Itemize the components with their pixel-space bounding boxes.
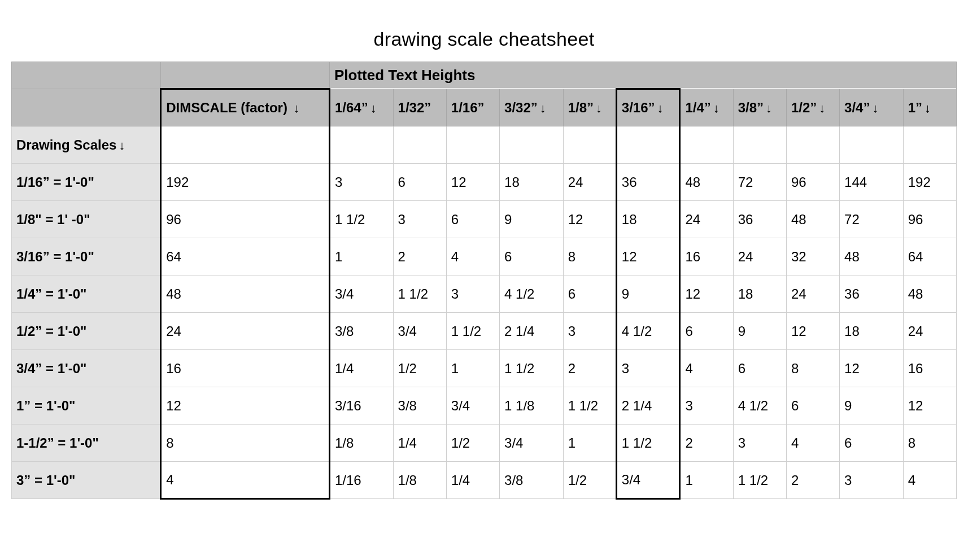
text-height-header[interactable]: 3/4”↓ (840, 89, 904, 126)
cell-value: 1/8 (330, 425, 394, 462)
cell-value: 18 (616, 201, 680, 238)
dimscale-header[interactable]: DIMSCALE (factor) ↓ (161, 89, 330, 126)
drawing-scale-label: 1-1/2” = 1'-0" (12, 425, 161, 462)
cell-value: 1/4 (446, 462, 499, 499)
cell-value: 4 1/2 (733, 387, 786, 425)
empty-cell (786, 126, 839, 164)
drawing-scales-header-label: Drawing Scales (16, 137, 116, 152)
empty-cell (563, 126, 616, 164)
cell-value: 64 (903, 238, 956, 275)
cell-value: 9 (500, 201, 564, 238)
cell-value: 6 (680, 313, 733, 350)
cell-value: 3/4 (500, 425, 564, 462)
table-row: 3/4” = 1'-0"161/41/211 1/2234681216 (12, 350, 957, 387)
dimscale-value: 8 (161, 425, 330, 462)
text-height-header[interactable]: 1/2”↓ (786, 89, 839, 126)
cell-value: 16 (903, 350, 956, 387)
text-height-header[interactable]: 3/16”↓ (616, 89, 680, 126)
cell-value: 1/16 (330, 462, 394, 499)
dimscale-value: 96 (161, 201, 330, 238)
cell-value: 1 1/2 (733, 462, 786, 499)
text-height-header-label: 1/2” (791, 100, 817, 115)
cell-value: 3/4 (393, 313, 446, 350)
cell-value: 6 (733, 350, 786, 387)
sort-arrow-icon: ↓ (538, 101, 546, 116)
cell-value: 1 1/2 (500, 350, 564, 387)
text-height-header-label: 1/32” (398, 100, 431, 115)
text-height-header[interactable]: 3/8”↓ (733, 89, 786, 126)
dimscale-value: 4 (161, 462, 330, 499)
text-height-header-label: 3/8” (738, 100, 764, 115)
cell-value: 3/8 (330, 313, 394, 350)
cell-value: 6 (500, 238, 564, 275)
cell-value: 1/8 (393, 462, 446, 499)
cell-value: 2 1/4 (616, 387, 680, 425)
cell-value: 48 (840, 238, 904, 275)
cell-value: 3 (563, 313, 616, 350)
sort-arrow-icon: ↓ (711, 101, 720, 116)
cell-value: 3/4 (446, 387, 499, 425)
cell-value: 48 (903, 275, 956, 313)
empty-cell (616, 126, 680, 164)
empty-cell (393, 126, 446, 164)
cell-value: 3 (330, 164, 394, 201)
cell-value: 1 1/2 (330, 201, 394, 238)
cell-value: 36 (840, 275, 904, 313)
cell-value: 24 (786, 275, 839, 313)
cell-value: 16 (680, 238, 733, 275)
text-height-header[interactable]: 1/4”↓ (680, 89, 733, 126)
cell-value: 72 (840, 201, 904, 238)
table-row: 1/2” = 1'-0"243/83/41 1/22 1/434 1/26912… (12, 313, 957, 350)
cell-value: 12 (840, 350, 904, 387)
cell-value: 4 1/2 (500, 275, 564, 313)
cell-value: 3 (616, 350, 680, 387)
text-height-header-label: 3/16” (622, 100, 655, 115)
cell-value: 12 (446, 164, 499, 201)
drawing-scale-label: 3/4” = 1'-0" (12, 350, 161, 387)
text-height-header-label: 1/64” (335, 100, 368, 115)
sort-arrow-icon: ↓ (817, 101, 825, 116)
cell-value: 1/2 (393, 350, 446, 387)
dimscale-value: 48 (161, 275, 330, 313)
text-height-header[interactable]: 1/64”↓ (330, 89, 394, 126)
cell-value: 4 (680, 350, 733, 387)
empty-cell (840, 126, 904, 164)
cell-value: 8 (563, 238, 616, 275)
cell-value: 48 (680, 164, 733, 201)
cell-value: 3/4 (330, 275, 394, 313)
cell-value: 192 (903, 164, 956, 201)
cell-value: 3/8 (500, 462, 564, 499)
cell-value: 1 1/8 (500, 387, 564, 425)
text-height-header[interactable]: 1”↓ (903, 89, 956, 126)
cell-value: 1/2 (563, 462, 616, 499)
cell-value: 48 (786, 201, 839, 238)
empty-cell (446, 126, 499, 164)
empty-cell (161, 126, 330, 164)
cell-value: 1/2 (446, 425, 499, 462)
text-height-header[interactable]: 1/16” (446, 89, 499, 126)
header-blank-3 (12, 89, 161, 126)
cell-value: 96 (786, 164, 839, 201)
drawing-scale-label: 1/4” = 1'-0" (12, 275, 161, 313)
cell-value: 6 (563, 275, 616, 313)
table-row: 1/4” = 1'-0"483/41 1/234 1/2691218243648 (12, 275, 957, 313)
text-height-header[interactable]: 1/32” (393, 89, 446, 126)
drawing-scale-label: 1” = 1'-0" (12, 387, 161, 425)
cell-value: 12 (616, 238, 680, 275)
cell-value: 12 (563, 201, 616, 238)
cell-value: 3 (446, 275, 499, 313)
text-height-header-label: 3/32” (504, 100, 538, 115)
text-height-header[interactable]: 1/8”↓ (563, 89, 616, 126)
sort-arrow-icon: ↓ (594, 101, 602, 116)
text-height-header-label: 1/16” (451, 100, 485, 115)
cell-value: 12 (786, 313, 839, 350)
cell-value: 6 (786, 387, 839, 425)
dimscale-value: 16 (161, 350, 330, 387)
cell-value: 9 (840, 387, 904, 425)
dimscale-value: 24 (161, 313, 330, 350)
text-height-header[interactable]: 3/32”↓ (500, 89, 564, 126)
drawing-scales-header[interactable]: Drawing Scales↓ (12, 126, 161, 164)
drawing-scale-label: 3” = 1'-0" (12, 462, 161, 499)
dimscale-value: 64 (161, 238, 330, 275)
cell-value: 1 (680, 462, 733, 499)
